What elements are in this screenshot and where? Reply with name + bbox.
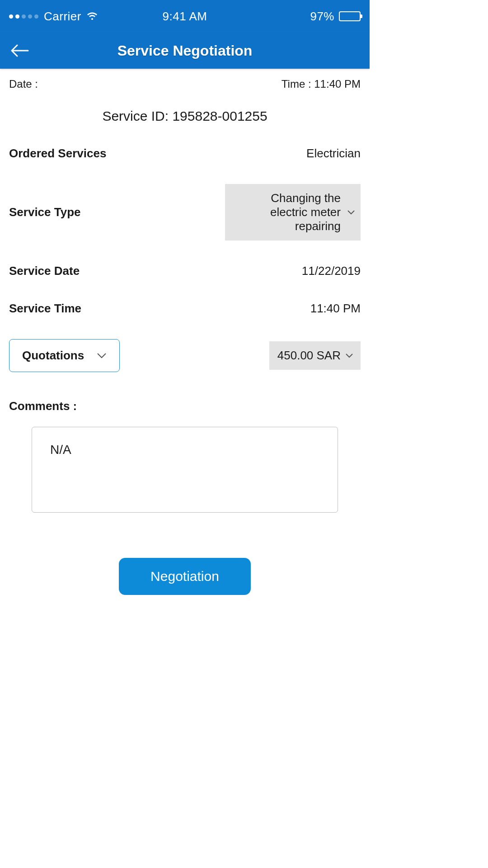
arrow-left-icon <box>10 44 29 57</box>
nav-bar: Service Negotiation <box>0 33 370 69</box>
back-button[interactable] <box>9 40 30 61</box>
value-ordered-services: Electrician <box>306 146 361 160</box>
status-left: Carrier <box>9 9 126 24</box>
signal-dots-icon <box>9 14 38 19</box>
negotiation-button[interactable]: Negotiation <box>119 558 251 595</box>
meta-time-label: Time : 11:40 PM <box>282 78 361 90</box>
label-service-type: Service Type <box>9 205 81 219</box>
chevron-down-icon <box>345 353 353 359</box>
carrier-label: Carrier <box>44 9 81 24</box>
row-service-date: Service Date 11/22/2019 <box>9 264 361 278</box>
chevron-down-icon <box>347 210 355 215</box>
battery-percent: 97% <box>310 9 334 24</box>
status-bar: Carrier 9:41 AM 97% <box>0 0 370 33</box>
value-service-date: 11/22/2019 <box>302 264 361 278</box>
label-service-date: Service Date <box>9 264 80 278</box>
status-time: 9:41 AM <box>126 9 243 24</box>
status-right: 97% <box>244 9 361 24</box>
chevron-down-icon <box>97 353 107 359</box>
price-select[interactable]: 450.00 SAR <box>269 341 361 370</box>
content: Date : Time : 11:40 PM Service ID: 19582… <box>0 69 370 609</box>
quotations-label: Quotations <box>22 349 84 363</box>
comments-value: N/A <box>50 443 71 457</box>
row-service-time: Service Time 11:40 PM <box>9 302 361 316</box>
battery-icon <box>339 11 361 21</box>
label-service-time: Service Time <box>9 302 81 316</box>
meta-date-label: Date : <box>9 78 38 90</box>
wifi-icon <box>87 12 98 21</box>
comments-input[interactable]: N/A <box>32 427 338 513</box>
meta-row: Date : Time : 11:40 PM <box>9 78 361 90</box>
service-type-select[interactable]: Changing the electric meter repairing <box>225 184 361 241</box>
label-comments: Comments : <box>9 399 361 413</box>
page-title: Service Negotiation <box>30 42 340 59</box>
service-id: Service ID: 195828-001255 <box>9 108 361 124</box>
label-ordered-services: Ordered Services <box>9 146 106 160</box>
row-quotations: Quotations 450.00 SAR <box>9 339 361 372</box>
row-service-type: Service Type Changing the electric meter… <box>9 184 361 241</box>
service-type-value: Changing the electric meter repairing <box>270 191 341 233</box>
quotations-select[interactable]: Quotations <box>9 339 120 372</box>
value-service-time: 11:40 PM <box>310 302 361 316</box>
row-ordered-services: Ordered Services Electrician <box>9 146 361 160</box>
price-value: 450.00 SAR <box>277 349 341 363</box>
